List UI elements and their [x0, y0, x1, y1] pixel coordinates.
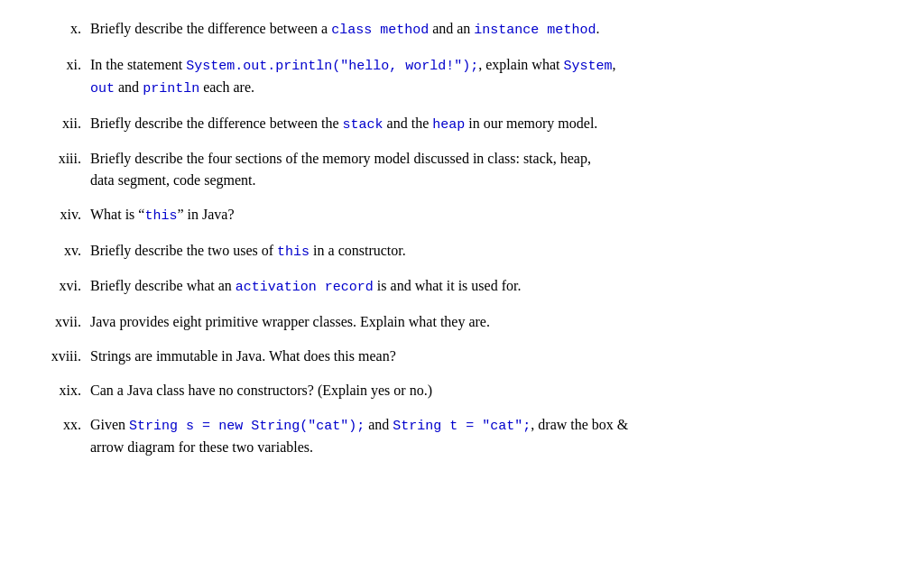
code-this-xv: this — [277, 244, 310, 260]
question-text-xvi: Briefly describe what an activation reco… — [90, 275, 888, 299]
question-number-xvi: xvi. — [36, 275, 90, 297]
question-number-xviii: xviii. — [36, 346, 90, 367]
code-heap: heap — [432, 117, 465, 133]
question-text-x: Briefly describe the difference between … — [90, 18, 888, 42]
question-text-xiv: What is “this” in Java? — [90, 204, 888, 227]
question-number-xv: xv. — [36, 240, 90, 262]
question-text-xv: Briefly describe the two uses of this in… — [90, 240, 888, 263]
question-text-xii: Briefly describe the difference between … — [90, 113, 888, 136]
question-number-xi: xi. — [36, 54, 90, 76]
code-println: println — [143, 81, 199, 97]
question-text-xix: Can a Java class have no constructors? (… — [90, 380, 888, 401]
code-instance-method: instance method — [474, 23, 596, 38]
question-item-xiii: xiii. Briefly describe the four sections… — [36, 148, 888, 191]
question-number-xiii: xiii. — [36, 148, 90, 170]
question-number-x: x. — [36, 18, 90, 40]
question-item-xvii: xvii. Java provides eight primitive wrap… — [36, 311, 888, 333]
code-class-method: class method — [331, 23, 429, 38]
question-item-xvi: xvi. Briefly describe what an activation… — [36, 275, 888, 299]
question-item-xviii: xviii. Strings are immutable in Java. Wh… — [36, 346, 888, 367]
code-println-statement: System.out.println("hello, world!"); — [186, 59, 478, 74]
question-number-xvii: xvii. — [36, 311, 90, 333]
code-out: out — [90, 81, 115, 97]
question-text-xviii: Strings are immutable in Java. What does… — [90, 346, 888, 367]
question-item-xv: xv. Briefly describe the two uses of thi… — [36, 240, 888, 263]
question-text-xx: Given String s = new String("cat"); and … — [90, 414, 888, 459]
question-item-xiv: xiv. What is “this” in Java? — [36, 204, 888, 227]
code-activation-record: activation record — [236, 280, 374, 295]
question-item-xii: xii. Briefly describe the difference bet… — [36, 113, 888, 136]
question-item-xi: xi. In the statement System.out.println(… — [36, 54, 888, 100]
code-system: System — [563, 59, 612, 74]
question-number-xx: xx. — [36, 414, 90, 436]
code-stack: stack — [343, 117, 383, 133]
question-number-xix: xix. — [36, 380, 90, 401]
question-list: x. Briefly describe the difference betwe… — [36, 18, 888, 458]
code-this-xiv: this — [144, 208, 177, 224]
question-item-x: x. Briefly describe the difference betwe… — [36, 18, 888, 42]
question-number-xiv: xiv. — [36, 204, 90, 226]
question-text-xi: In the statement System.out.println("hel… — [90, 54, 888, 100]
question-item-xix: xix. Can a Java class have no constructo… — [36, 380, 888, 401]
question-item-xx: xx. Given String s = new String("cat"); … — [36, 414, 888, 459]
question-text-xiii: Briefly describe the four sections of th… — [90, 148, 888, 191]
code-string-t: String t = "cat"; — [393, 419, 531, 434]
question-text-xvii: Java provides eight primitive wrapper cl… — [90, 311, 888, 333]
code-string-s: String s = new String("cat"); — [129, 419, 365, 434]
question-number-xii: xii. — [36, 113, 90, 134]
